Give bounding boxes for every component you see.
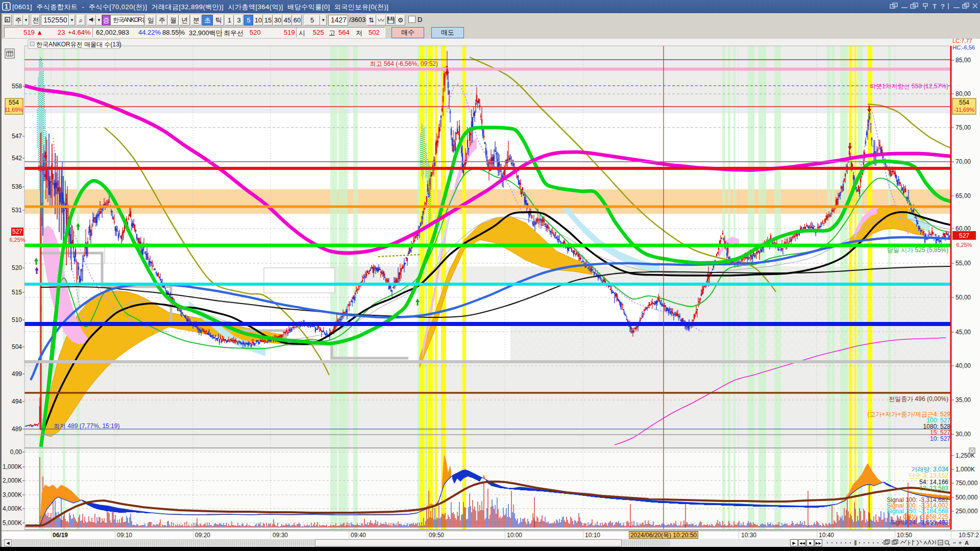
svg-text:최고 564 (-6,56%, 09:52): 최고 564 (-6,56%, 09:52) xyxy=(370,60,438,67)
svg-text:1,000K: 1,000K xyxy=(3,463,22,470)
svg-text:515: 515 xyxy=(12,289,22,296)
svg-text:536: 536 xyxy=(12,183,22,190)
svg-text:2,000K: 2,000K xyxy=(3,477,22,484)
svg-text:HC:-6,56: HC:-6,56 xyxy=(952,44,975,51)
svg-text:6,25%: 6,25% xyxy=(9,237,25,243)
svg-text:80,00: 80,00 xyxy=(955,90,971,97)
svg-text:494: 494 xyxy=(12,398,22,405)
svg-text:T: T xyxy=(933,3,937,10)
svg-text:250,000: 250,000 xyxy=(955,508,978,515)
svg-text:531: 531 xyxy=(12,207,22,214)
svg-text:최저 489 (7,77%, 15:19): 최저 489 (7,77%, 15:19) xyxy=(54,422,119,430)
svg-text:70,00: 70,00 xyxy=(955,158,971,165)
svg-text:1: 1 xyxy=(5,3,8,10)
svg-text:당일 시가 525 (5,85%): 당일 시가 525 (5,85%) xyxy=(887,246,948,254)
svg-text:75,00: 75,00 xyxy=(955,124,971,131)
svg-text:85,00: 85,00 xyxy=(955,57,971,64)
svg-text:6,25%: 6,25% xyxy=(956,242,972,248)
svg-text:750,000: 750,000 xyxy=(955,480,978,487)
svg-text:0,00: 0,00 xyxy=(10,448,22,456)
svg-text:4,000K: 4,000K xyxy=(3,505,22,512)
svg-text:55,00: 55,00 xyxy=(955,260,971,267)
svg-text:500,000: 500,000 xyxy=(955,494,978,501)
svg-text:504: 504 xyxy=(12,343,22,350)
svg-text:554: 554 xyxy=(959,99,969,106)
svg-text:35,00: 35,00 xyxy=(955,396,971,404)
svg-text:3,000K: 3,000K xyxy=(3,491,22,498)
svg-text:40,00: 40,00 xyxy=(955,362,971,369)
svg-text:11,69%: 11,69% xyxy=(5,107,23,113)
svg-text:45,00: 45,00 xyxy=(955,329,971,336)
svg-text:558: 558 xyxy=(12,83,22,90)
svg-text:피봇1차저항선 558 (12,57%): 피봇1차저항선 558 (12,57%) xyxy=(870,83,948,90)
svg-text:-11,69%: -11,69% xyxy=(954,107,974,113)
svg-text:1,000K: 1,000K xyxy=(955,466,975,473)
svg-text:489: 489 xyxy=(12,425,22,433)
svg-text:65,00: 65,00 xyxy=(955,192,971,199)
svg-text:한국ANKOR유전 매물대 수(13): 한국ANKOR유전 매물대 수(13) xyxy=(36,41,121,48)
svg-text:520: 520 xyxy=(12,264,22,271)
svg-text:10: 527: 10: 527 xyxy=(930,435,950,442)
svg-text:510: 510 xyxy=(12,316,22,323)
svg-text:527: 527 xyxy=(12,228,22,235)
svg-text:542: 542 xyxy=(12,155,22,162)
svg-text:A: A xyxy=(965,540,969,546)
svg-text:13: 13,583: 13: 13,583 xyxy=(919,485,948,492)
svg-text:60,00: 60,00 xyxy=(955,225,971,232)
svg-text:499: 499 xyxy=(12,370,22,378)
svg-text:30,00: 30,00 xyxy=(955,431,971,438)
svg-text:Signal 24: -3,655,493: Signal 24: -3,655,493 xyxy=(890,519,948,526)
svg-text:?: ? xyxy=(941,3,945,10)
svg-text:547: 547 xyxy=(12,133,22,140)
svg-text:전일종가 496 (0,00%): 전일종가 496 (0,00%) xyxy=(889,395,948,403)
svg-text:단순 3: 13,152: 단순 3: 13,152 xyxy=(909,472,949,479)
svg-text:5,000K: 5,000K xyxy=(3,519,22,527)
svg-text:554: 554 xyxy=(9,99,19,106)
svg-text:527: 527 xyxy=(959,232,969,239)
svg-text:50,00: 50,00 xyxy=(955,294,971,301)
